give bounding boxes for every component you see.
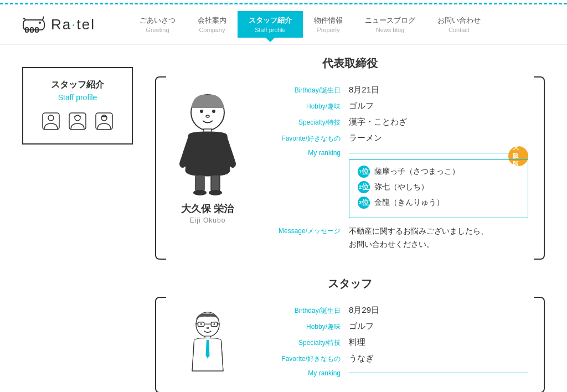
sidebar-title-en: Staff profile	[32, 93, 123, 102]
label-specialty: Specialty/特技	[260, 118, 349, 127]
second-profile-card: Birthday/誕生日 8月29日 Hobby/趣味 ゴルフ Specialt…	[172, 305, 528, 385]
sidebar-icons	[32, 110, 123, 132]
svg-point-14	[212, 110, 215, 113]
value-birthday: 8月21日	[349, 85, 379, 95]
svg-rect-11	[101, 116, 107, 117]
section-staff-title: スタッフ	[155, 276, 545, 291]
svg-point-6	[48, 115, 54, 121]
svg-point-1	[39, 22, 41, 24]
value-specialty: 漢字・ことわざ	[349, 117, 407, 127]
value-favorite-2: うなぎ	[349, 353, 374, 364]
ranking-item-2: 2位 弥七（やしち）	[358, 181, 519, 193]
header: Ra·tel ごあいさつ Greeting 会社案内 Company スタッフ紹…	[0, 4, 567, 45]
ranking-value-3: 金龍（きんりゅう）	[374, 198, 444, 208]
rank-badge-1: 1位	[358, 166, 370, 178]
svg-point-19	[193, 190, 207, 195]
value-hobby-2: ゴルフ	[349, 321, 374, 332]
detail-favorite-2: Favorite/好きなもの うなぎ	[260, 353, 528, 364]
content-area: 代表取締役	[155, 56, 545, 392]
profile-details-staff: Birthday/誕生日 8月29日 Hobby/趣味 ゴルフ Specialt…	[260, 305, 528, 380]
svg-point-13	[200, 110, 203, 113]
ranking-item-3: 3位 金龍（きんりゅう）	[358, 197, 519, 209]
logo[interactable]: Ra·tel	[22, 16, 95, 33]
character-staff	[172, 305, 244, 383]
label-hobby: Hobby/趣味	[260, 102, 349, 111]
message-row: Message/メッセージ 不動産に関するお悩みございましたら、お問い合わせくだ…	[260, 225, 528, 251]
svg-rect-18	[211, 175, 220, 192]
label-birthday: Birthday/誕生日	[260, 86, 349, 95]
ranking-item-1: 1位 薩摩っ子（さつまっこ）	[358, 166, 519, 178]
svg-rect-0	[23, 20, 44, 30]
detail-hobby: Hobby/趣味 ゴルフ	[260, 101, 528, 111]
bracket-staff: Birthday/誕生日 8月29日 Hobby/趣味 ゴルフ Specialt…	[155, 297, 545, 392]
ranking-line-2	[349, 373, 528, 373]
sidebar-box: スタッフ紹介 Staff profile	[22, 67, 133, 145]
svg-point-20	[209, 190, 222, 195]
rank-badge-2: 2位	[358, 181, 370, 193]
profile-figure-ceo: 大久保 栄治 Eiji Okubo	[172, 85, 244, 224]
ranking-header: My ranking 大阪版	[260, 149, 528, 157]
avatar-icon-3	[93, 110, 115, 132]
ranking-label: My ranking	[260, 149, 349, 157]
main-nav: ごあいさつ Greeting 会社案内 Company スタッフ紹介 Staff…	[128, 11, 492, 38]
detail-specialty: Specialty/特技 漢字・ことわざ	[260, 117, 528, 127]
logo-icon	[22, 16, 45, 33]
nav-greeting[interactable]: ごあいさつ Greeting	[128, 11, 187, 38]
ranking-value-1: 薩摩っ子（さつまっこ）	[374, 167, 460, 177]
detail-specialty-2: Specialty/特技 料理	[260, 337, 528, 348]
value-favorite: ラーメン	[349, 133, 382, 143]
nav-company[interactable]: 会社案内 Company	[187, 11, 238, 38]
nav-staff[interactable]: スタッフ紹介 Staff profile	[238, 11, 303, 38]
label-birthday-2: Birthday/誕生日	[260, 306, 349, 316]
profile-name-en-ceo: Eiji Okubo	[172, 216, 244, 224]
main-content: スタッフ紹介 Staff profile	[0, 45, 567, 392]
value-birthday-2: 8月29日	[349, 305, 379, 316]
ranking-box: 1位 薩摩っ子（さつまっこ） 2位 弥七（やしち）	[349, 159, 528, 218]
top-border	[0, 0, 567, 4]
character-ceo	[172, 85, 244, 195]
ranking-header-2: My ranking	[260, 369, 528, 377]
profile-card-ceo: 大久保 栄治 Eiji Okubo Birthday/誕生日 8月21日 Hob…	[172, 85, 528, 251]
section-staff: スタッフ	[155, 276, 545, 392]
svg-rect-17	[195, 175, 204, 192]
ranking-section: My ranking 大阪版 1位	[260, 149, 528, 218]
message-label: Message/メッセージ	[260, 226, 349, 236]
profile-name-ja-ceo: 大久保 栄治	[172, 202, 244, 215]
svg-line-25	[195, 323, 198, 324]
svg-point-10	[101, 115, 107, 121]
detail-hobby-2: Hobby/趣味 ゴルフ	[260, 321, 528, 332]
value-specialty-2: 料理	[349, 337, 365, 348]
section-ceo: 代表取締役	[155, 56, 545, 260]
value-hobby: ゴルフ	[349, 101, 374, 111]
bracket-content-ceo: 大久保 栄治 Eiji Okubo Birthday/誕生日 8月21日 Hob…	[172, 76, 528, 260]
ranking-line: 大阪版	[349, 153, 528, 153]
profile-figure-staff	[172, 305, 244, 385]
message-text: 不動産に関するお悩みございましたら、お問い合わせください。	[349, 225, 488, 251]
svg-line-26	[218, 323, 220, 324]
sidebar: スタッフ紹介 Staff profile	[22, 67, 133, 392]
sidebar-title-ja: スタッフ紹介	[32, 79, 123, 91]
svg-point-28	[214, 323, 215, 324]
label-specialty-2: Specialty/特技	[260, 338, 349, 348]
profile-details-ceo: Birthday/誕生日 8月21日 Hobby/趣味 ゴルフ Specialt…	[260, 85, 528, 251]
logo-text: Ra·tel	[51, 16, 95, 33]
bracket-right-staff	[534, 297, 545, 392]
ranking-label-2: My ranking	[260, 369, 349, 377]
avatar-icon-2	[66, 110, 89, 132]
avatar-icon-1	[40, 110, 62, 132]
detail-birthday: Birthday/誕生日 8月21日	[260, 85, 528, 95]
bracket-ceo: 大久保 栄治 Eiji Okubo Birthday/誕生日 8月21日 Hob…	[155, 76, 545, 260]
svg-point-27	[200, 323, 202, 324]
nav-news[interactable]: ニュースブログ News blog	[354, 11, 426, 38]
section-ceo-title: 代表取締役	[155, 56, 545, 71]
nav-contact[interactable]: お問い合わせ Contact	[426, 11, 492, 38]
nav-property[interactable]: 物件情報 Properly	[303, 11, 354, 38]
detail-birthday-2: Birthday/誕生日 8月29日	[260, 305, 528, 316]
label-favorite-2: Favorite/好きなもの	[260, 354, 349, 364]
bracket-right-ceo	[534, 76, 545, 260]
detail-favorite: Favorite/好きなもの ラーメン	[260, 133, 528, 143]
bracket-left-staff	[155, 297, 166, 392]
bracket-content-staff: Birthday/誕生日 8月29日 Hobby/趣味 ゴルフ Specialt…	[172, 297, 528, 392]
rank-badge-3: 3位	[358, 197, 370, 209]
label-hobby-2: Hobby/趣味	[260, 322, 349, 332]
